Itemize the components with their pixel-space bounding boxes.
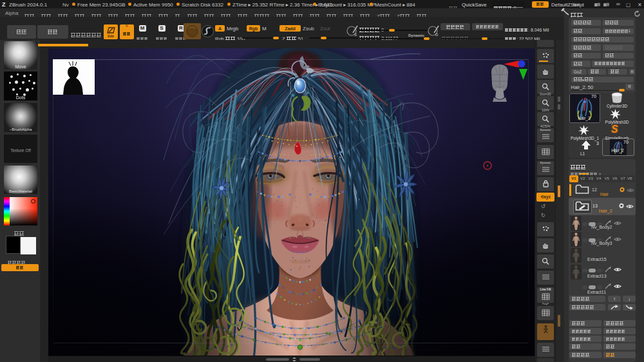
- svg-text:S: S: [354, 33, 357, 37]
- svg-text:D: D: [435, 33, 439, 37]
